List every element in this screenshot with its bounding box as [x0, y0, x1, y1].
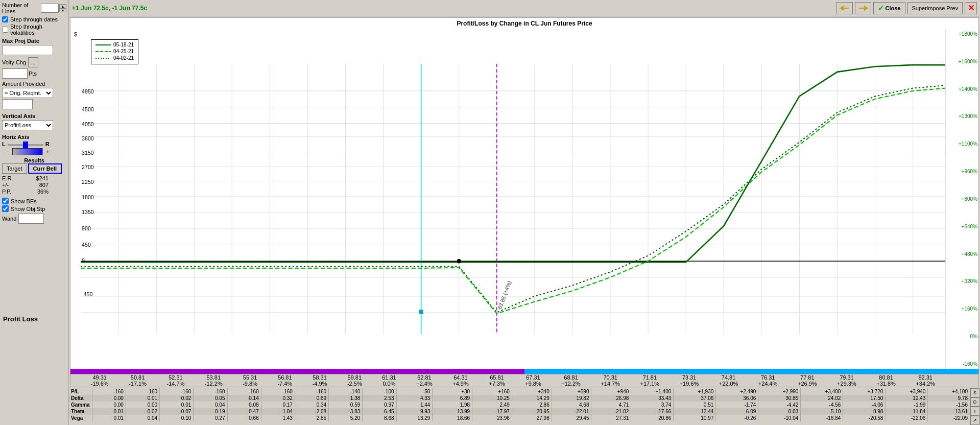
- table-cell: 4.68: [552, 402, 591, 408]
- right-axis-960: +960%: [947, 169, 977, 174]
- purple-bar: [70, 369, 524, 374]
- x-item-14: 68.81+12.2%: [561, 374, 581, 387]
- horiz-l-label: L: [2, 141, 6, 147]
- amount-input[interactable]: $282: [2, 99, 33, 109]
- table-cell: 1.44: [396, 402, 433, 408]
- curr-bell-button[interactable]: Curr Bell: [28, 163, 62, 174]
- table-cell: -160: [295, 388, 328, 395]
- table-row: Vega0.010.040.100.270.661.432.855.208.68…: [69, 415, 970, 421]
- table-cell: 27.98: [512, 415, 552, 421]
- horiz-axis-slider[interactable]: [8, 144, 43, 146]
- table-cell: 8.68: [363, 415, 396, 421]
- x-item-9: 61.310.0%: [382, 374, 396, 387]
- table-cell: -50: [396, 388, 433, 395]
- num-lines-label: Number of Lines: [2, 2, 39, 14]
- x-item-21: 79.31+29.3%: [837, 374, 856, 387]
- step-through-dates-checkbox[interactable]: [2, 16, 8, 22]
- table-cell: -4.56: [801, 402, 843, 408]
- table-cell: 2.85: [295, 415, 328, 421]
- table-cell: 20.86: [631, 415, 674, 421]
- table-cell: 0.51: [674, 402, 716, 408]
- table-cell: -0.01: [92, 408, 126, 415]
- table-row: Theta-0.01-0.02-0.07-0.19-0.47-1.04-2.08…: [69, 408, 970, 415]
- data-table-wrap: P/L-160-160-160-160-160-160-160-140-100-…: [69, 388, 970, 425]
- volty-chg-input[interactable]: 0.0%: [2, 68, 28, 79]
- position-text: +1 Jun 72.5c, -1 Jun 77.5c: [72, 5, 147, 12]
- x-item-1: 49.31-19.6%: [91, 374, 109, 387]
- table-cell: -0.07: [160, 408, 194, 415]
- x-item-6: 56.81-7.4%: [277, 374, 292, 387]
- show-bes-label: Show BEs: [11, 198, 37, 204]
- num-lines-input[interactable]: 3: [41, 4, 59, 13]
- bottom-area: P/L-160-160-160-160-160-160-160-140-100-…: [69, 388, 980, 425]
- table-cell: -22.01: [552, 408, 591, 415]
- amount-dropdown[interactable]: = Orig. Reqmt.: [2, 88, 53, 98]
- arrow-right-button[interactable]: [855, 2, 871, 14]
- step-through-dates-label: Step through dates: [10, 16, 58, 22]
- right-axis-1400: +1400%: [947, 86, 977, 92]
- show-bes-checkbox[interactable]: [2, 198, 9, 204]
- vertical-axis-dropdown[interactable]: Profit/Loss: [2, 120, 53, 130]
- table-btn-d[interactable]: D: [970, 397, 979, 407]
- table-cell: 6.89: [433, 395, 472, 402]
- svg-text:450: 450: [82, 242, 91, 248]
- pp-value: 36%: [23, 188, 49, 195]
- table-cell: 1.43: [261, 415, 295, 421]
- check-icon: ✓: [878, 4, 884, 12]
- svg-rect-49: [419, 310, 423, 314]
- superimpose-button[interactable]: Superimpose Prev: [907, 2, 963, 14]
- data-table: P/L-160-160-160-160-160-160-160-140-100-…: [69, 388, 970, 421]
- table-cell: +590: [552, 388, 591, 395]
- table-right-buttons: S D I ↗: [970, 388, 980, 425]
- x-close-button[interactable]: ✕: [965, 2, 977, 14]
- wand-input[interactable]: 61.32: [18, 214, 44, 224]
- x-item-22: 80.81+31.8%: [876, 374, 896, 387]
- table-cell: -3.83: [329, 408, 363, 415]
- cyan-bar: [524, 369, 978, 374]
- table-cell: 0.14: [227, 395, 261, 402]
- table-cell: +160: [472, 388, 512, 395]
- table-row-label: Delta: [69, 395, 92, 402]
- table-btn-i[interactable]: I: [970, 407, 979, 416]
- table-cell: 0.08: [227, 402, 261, 408]
- table-cell: -17.66: [631, 408, 674, 415]
- right-axis: +1800% +1600% +1400% +1300% +1100% +960%…: [945, 29, 978, 369]
- spin-up[interactable]: ▲: [59, 4, 66, 8]
- show-obj-stp-checkbox[interactable]: [2, 205, 9, 212]
- max-proj-date-input[interactable]: May 18, 2021: [2, 45, 53, 55]
- step-through-vol-label: Step through volatilities: [10, 23, 66, 36]
- legend: 05-18-21 04-25-21 04-02-21: [91, 39, 138, 64]
- table-cell: -9.93: [396, 408, 433, 415]
- table-cell: 13.61: [928, 408, 970, 415]
- num-lines-spinner[interactable]: ▲ ▼: [59, 4, 66, 12]
- arrow-left-button[interactable]: [836, 2, 853, 14]
- table-cell: -4.42: [758, 402, 801, 408]
- table-btn-export[interactable]: ↗: [970, 416, 979, 425]
- wand-label: Wand: [2, 216, 16, 222]
- table-btn-s[interactable]: S: [970, 388, 979, 397]
- table-cell: -0.19: [194, 408, 227, 415]
- table-cell: -22.09: [928, 415, 970, 421]
- horiz-axis-label: Horiz Axis: [2, 134, 66, 140]
- spin-down[interactable]: ▼: [59, 8, 66, 12]
- table-cell: 0.00: [92, 395, 126, 402]
- step-through-vol-checkbox[interactable]: [2, 27, 8, 33]
- show-obj-stp-label: Show Obj.Stp: [11, 206, 45, 212]
- legend-item-2: 04-25-21: [113, 49, 134, 54]
- target-button[interactable]: Target: [2, 163, 27, 174]
- svg-marker-2: [864, 6, 868, 11]
- table-cell: 0.97: [363, 402, 396, 408]
- table-cell: -21.02: [591, 408, 631, 415]
- svg-marker-0: [840, 6, 844, 11]
- close-button[interactable]: ✓ Close: [873, 2, 905, 14]
- table-cell: 0.69: [295, 395, 328, 402]
- volty-dots-button[interactable]: ...: [28, 57, 38, 67]
- table-cell: -160: [261, 388, 295, 395]
- table-cell: 4.33: [396, 395, 433, 402]
- right-area: +1 Jun 72.5c, -1 Jun 77.5c ✓ Close Super…: [69, 0, 980, 425]
- table-cell: -1.04: [261, 408, 295, 415]
- table-cell: -160: [227, 388, 261, 395]
- table-cell: 18.66: [433, 415, 472, 421]
- table-cell: 1.98: [433, 402, 472, 408]
- table-cell: -12.44: [674, 408, 716, 415]
